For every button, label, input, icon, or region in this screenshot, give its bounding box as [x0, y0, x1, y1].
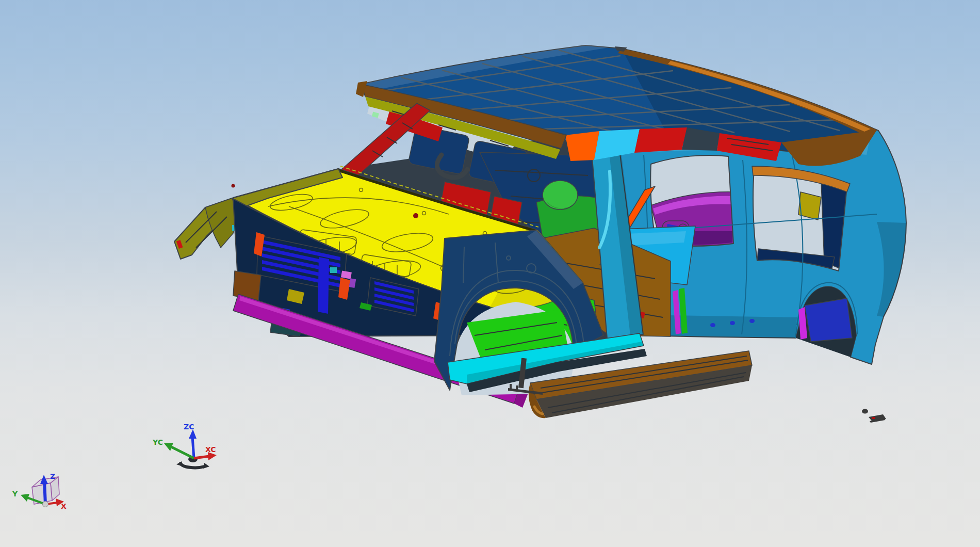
view-z-label: Z [50, 472, 55, 480]
view-x-label: X [61, 502, 67, 510]
wcs-x-label: XC [205, 445, 216, 454]
model-canvas[interactable]: ZC YC XC Z Y [0, 0, 980, 547]
quarter-inner-bracket[interactable] [798, 192, 821, 220]
wcs-triad[interactable]: ZC YC XC [152, 423, 217, 469]
bumper-brown-box[interactable] [233, 271, 261, 300]
cad-viewport[interactable]: ZC YC XC Z Y [0, 0, 980, 547]
view-triad-origin [43, 502, 48, 507]
wcs-y-axis: YC [152, 438, 194, 458]
view-triad[interactable]: Z Y X [12, 472, 67, 510]
floating-debris[interactable] [862, 409, 886, 423]
rear-arch-blue-insert[interactable] [805, 298, 852, 342]
wcs-y-label: YC [152, 438, 163, 446]
front-seat-headrest [543, 181, 578, 210]
wcs-x-axis: XC [194, 445, 217, 460]
wcs-z-label: ZC [184, 423, 194, 431]
view-y-label: Y [12, 490, 18, 498]
